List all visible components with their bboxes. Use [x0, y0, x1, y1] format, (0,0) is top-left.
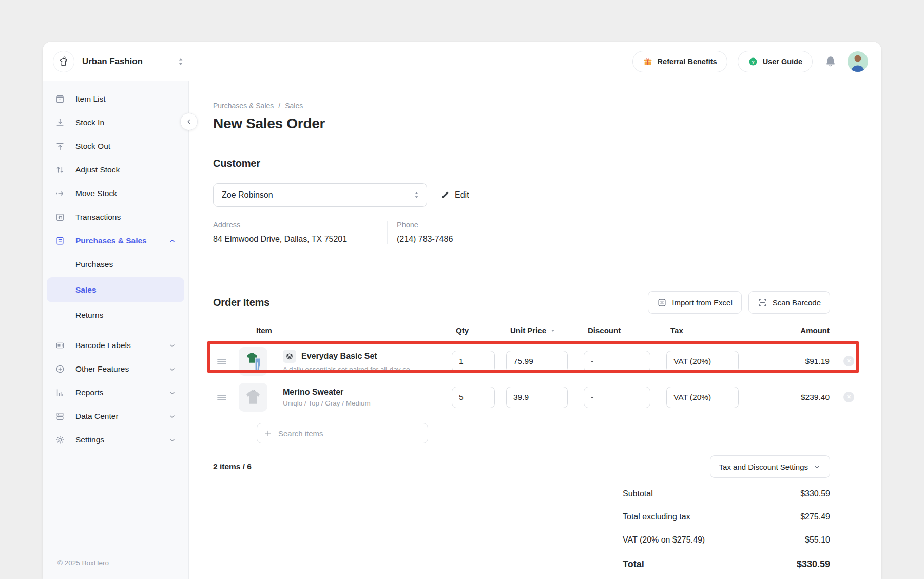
app-window: Urban Fashion Referral Benefits	[43, 42, 881, 579]
import-from-excel-label: Import from Excel	[672, 298, 733, 307]
sidebar-item-other-features[interactable]: Other Features	[43, 357, 188, 381]
user-guide-label: User Guide	[763, 57, 802, 66]
order-row-everyday-basic-set: Everyday Basic Set A daily essentials se…	[213, 343, 830, 379]
qty-input[interactable]	[452, 387, 495, 408]
column-header-item: Item	[239, 326, 444, 335]
column-header-tax: Tax	[666, 326, 746, 335]
tax-discount-settings-label: Tax and Discount Settings	[719, 462, 808, 471]
vat-row: VAT (20% on $275.49) $55.10	[623, 528, 830, 551]
sidebar-collapse-button[interactable]	[180, 113, 198, 130]
user-guide-button[interactable]: ? User Guide	[738, 51, 813, 72]
customer-heading: Customer	[213, 158, 830, 169]
search-items-input[interactable]: Search items	[257, 423, 428, 443]
arrows-up-down-icon	[54, 164, 66, 176]
sidebar-item-label: Reports	[75, 388, 103, 397]
breadcrumb: Purchases & Sales / Sales	[213, 102, 830, 110]
total-excluding-tax-label: Total excluding tax	[623, 512, 690, 522]
customer-address-block: Address 84 Elmwood Drive, Dallas, TX 752…	[213, 221, 388, 244]
sidebar-item-barcode-labels[interactable]: Barcode Labels	[43, 334, 188, 357]
chevron-down-icon	[168, 413, 176, 420]
phone-value: (214) 783-7486	[397, 235, 453, 244]
sidebar-item-adjust-stock[interactable]: Adjust Stock	[43, 158, 188, 182]
sidebar-item-stock-out[interactable]: Stock Out	[43, 134, 188, 158]
plus-circle-icon	[54, 363, 66, 375]
plus-icon	[264, 429, 272, 437]
sidebar-subitem-returns[interactable]: Returns	[43, 303, 188, 327]
sidebar-subitem-purchases[interactable]: Purchases	[43, 253, 188, 276]
svg-text:?: ?	[752, 59, 755, 64]
user-avatar[interactable]	[848, 51, 868, 72]
qty-input[interactable]	[452, 351, 495, 372]
scan-barcode-button[interactable]: Scan Barcode	[748, 291, 830, 314]
sidebar-item-transactions[interactable]: Transactions	[43, 205, 188, 229]
copyright-text: © 2025 BoxHero	[43, 559, 188, 579]
drag-handle-icon[interactable]	[213, 358, 230, 364]
chevron-down-icon	[168, 342, 176, 350]
edit-customer-button[interactable]: Edit	[440, 190, 469, 200]
tax-discount-settings-button[interactable]: Tax and Discount Settings	[710, 455, 830, 478]
tax-input[interactable]	[666, 387, 739, 408]
sidebar-item-stock-in[interactable]: Stock In	[43, 111, 188, 134]
price-type-dropdown-icon[interactable]	[550, 327, 556, 334]
sidebar-subitem-sales[interactable]: Sales	[47, 277, 184, 302]
workspace-switcher[interactable]: Urban Fashion	[53, 51, 184, 72]
total-excluding-tax-row: Total excluding tax $275.49	[623, 505, 830, 528]
subtotal-row: Subtotal $330.59	[623, 482, 830, 505]
discount-input[interactable]	[584, 351, 650, 372]
sidebar-item-label: Transactions	[75, 213, 121, 222]
barcode-icon	[54, 340, 66, 351]
sidebar-item-settings[interactable]: Settings	[43, 428, 188, 452]
customer-selected-value: Zoe Robinson	[222, 190, 273, 200]
unit-price-input[interactable]	[506, 387, 568, 408]
tax-input[interactable]	[666, 351, 739, 372]
package-icon	[54, 93, 66, 105]
sidebar-subitem-label: Purchases	[75, 260, 113, 269]
customer-select[interactable]: Zoe Robinson	[213, 183, 427, 207]
workspace-updown-icon[interactable]	[177, 57, 184, 66]
sidebar-item-move-stock[interactable]: Move Stock	[43, 182, 188, 205]
item-name: Everyday Basic Set	[301, 352, 377, 361]
notifications-bell-icon[interactable]	[824, 55, 837, 68]
sidebar-item-item-list[interactable]: Item List	[43, 87, 188, 111]
vat-value: $55.10	[805, 535, 830, 545]
unit-price-input[interactable]	[506, 351, 568, 372]
order-items-table: Item Qty Unit Price Discount Tax Amount	[213, 326, 830, 443]
transactions-icon	[54, 211, 66, 223]
sidebar-item-label: Settings	[75, 435, 104, 445]
excel-icon	[657, 298, 667, 307]
customer-section: Customer Zoe Robinson Edit	[213, 158, 830, 244]
import-from-excel-button[interactable]: Import from Excel	[648, 291, 742, 314]
order-row-merino-sweater: Merino Sweater Uniqlo / Top / Gray / Med…	[213, 379, 830, 415]
select-updown-icon	[413, 191, 420, 199]
remove-row-icon[interactable]: ✕	[843, 392, 854, 402]
row-amount: $91.19	[754, 357, 830, 366]
sidebar: Item List Stock In Stock Out	[43, 81, 189, 579]
breadcrumb-separator: /	[278, 102, 280, 110]
breadcrumb-parent[interactable]: Purchases & Sales	[213, 102, 274, 110]
sidebar-subitem-label: Returns	[75, 311, 103, 320]
sidebar-item-purchases-sales[interactable]: Purchases & Sales	[43, 229, 188, 253]
column-header-qty: Qty	[452, 326, 498, 335]
referral-benefits-label: Referral Benefits	[658, 57, 717, 66]
total-label: Total	[623, 559, 644, 570]
arrow-down-to-line-icon	[54, 117, 66, 128]
main-content: Purchases & Sales / Sales New Sales Orde…	[189, 81, 881, 579]
order-items-section: Order Items Import from Excel	[213, 291, 830, 577]
total-excluding-tax-value: $275.49	[800, 512, 830, 522]
address-label: Address	[213, 221, 372, 229]
breadcrumb-current[interactable]: Sales	[285, 102, 303, 110]
sidebar-item-data-center[interactable]: Data Center	[43, 404, 188, 428]
remove-row-icon[interactable]: ✕	[843, 356, 854, 366]
product-image-merino-sweater	[239, 383, 267, 412]
workspace-logo-icon	[53, 51, 74, 72]
column-header-amount: Amount	[754, 326, 830, 335]
discount-input[interactable]	[584, 387, 650, 408]
vat-label: VAT (20% on $275.49)	[623, 535, 705, 545]
subtotal-label: Subtotal	[623, 489, 653, 498]
sidebar-item-label: Data Center	[75, 412, 119, 421]
drag-handle-icon[interactable]	[213, 394, 230, 400]
sidebar-item-label: Other Features	[75, 364, 129, 374]
subtotal-value: $330.59	[800, 489, 830, 498]
sidebar-item-reports[interactable]: Reports	[43, 381, 188, 404]
referral-benefits-button[interactable]: Referral Benefits	[632, 51, 727, 72]
